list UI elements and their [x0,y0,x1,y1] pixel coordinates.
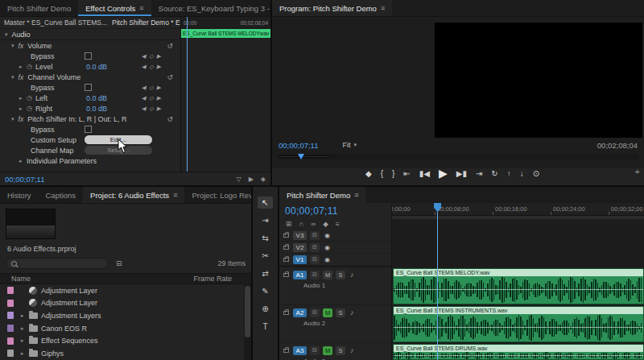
track-select-forward-tool[interactable]: ⇥ [258,214,273,226]
tab-pitch-shifter-demo[interactable]: Pitch Shifter Demo [0,0,78,16]
audio-section-header[interactable]: ▾ Audio [0,29,180,40]
program-scrollbar[interactable] [277,154,639,159]
add-marker-icon[interactable]: ◆ [323,220,328,228]
list-item[interactable]: ▸ Canon EOS R [0,322,244,335]
sync-lock-icon[interactable]: ⊟ [310,243,320,252]
chevron-down-icon[interactable]: ▾ [5,31,8,38]
reset-effect-icon[interactable]: ↺ [167,73,173,81]
bypass-checkbox[interactable] [85,52,92,60]
toggle-track-output-icon[interactable]: ◉ [324,244,330,251]
preview-thumbnail[interactable] [6,209,56,239]
track-lock-icon[interactable] [283,246,289,250]
label-color-chip[interactable] [7,300,14,307]
vertical-scrollbar[interactable] [244,284,251,360]
button-editor-icon[interactable]: + [635,167,640,176]
track-lock-icon[interactable] [283,273,289,277]
effect-volume-header[interactable]: ▾ fx Volume ↺ [0,40,180,51]
tab-sequence-pitch-shifter-demo[interactable]: Pitch Shifter Demo ≡ [279,187,365,203]
track-lock-icon[interactable] [283,234,289,238]
playhead[interactable] [437,203,438,360]
track-lock-icon[interactable] [283,349,289,353]
chevron-right-icon[interactable]: ▸ [21,312,29,319]
stopwatch-icon[interactable]: ◷ [27,63,35,70]
scrollbar-thumb[interactable] [245,286,250,337]
timeline-clip-area[interactable]: 00;00;00;00 00;00;08;00 00;00;16;00 00;0… [392,203,644,360]
column-frame-rate[interactable]: Frame Rate [193,275,240,283]
column-name[interactable]: Name [11,275,31,283]
chevron-down-icon[interactable]: ▾ [11,74,14,81]
panel-menu-icon[interactable]: ≡ [354,191,358,199]
keyframe-icon[interactable]: ◈ [261,176,266,183]
chevron-down-icon[interactable]: ▾ [11,116,14,122]
tab-source-clip[interactable]: Source: ES_Keyboard Typing 3 - SFX Produ… [151,0,270,16]
chevron-right-icon[interactable]: ▸ [19,95,27,101]
sync-lock-icon[interactable]: ⊟ [310,346,320,355]
effect-channel-volume-header[interactable]: ▾ fx Channel Volume ↺ [0,72,180,82]
play-button[interactable]: ▶ [439,167,448,180]
add-keyframe-icon[interactable]: ◇ [149,64,153,70]
prev-keyframe-icon[interactable]: ◀ [142,53,146,60]
add-marker-icon[interactable]: ◆ [365,169,372,178]
timeline-ruler[interactable]: 00;00;00;00 00;00;08;00 00;00;16;00 00;0… [392,203,644,216]
ripple-edit-tool[interactable]: ⇆ [258,232,273,244]
timeline-settings-icon[interactable]: ≡ [336,220,340,228]
tab-captions[interactable]: Captions [39,187,84,203]
list-item[interactable]: ▸ Adjustment Layers [0,309,244,322]
stopwatch-icon[interactable]: ◷ [27,105,35,112]
prev-keyframe-icon[interactable]: ◀ [142,95,146,101]
add-keyframe-icon[interactable]: ◇ [149,106,153,112]
tab-effect-controls[interactable]: Effect Controls ≡ [78,0,151,16]
track-lock-icon[interactable] [283,311,289,315]
extract-icon[interactable]: ↓ [520,169,524,178]
hand-tool[interactable]: ⊕ [258,303,273,315]
tab-history[interactable]: History [0,187,39,203]
track-target-a1[interactable]: A1 [293,271,307,279]
pen-tool[interactable]: ✎ [258,285,273,297]
mark-in-icon[interactable]: { [381,169,383,178]
label-color-chip[interactable] [7,350,14,357]
list-item[interactable]: Adjustment Layer [0,284,244,297]
add-keyframe-icon[interactable]: ◇ [149,85,153,91]
label-color-chip[interactable] [7,312,14,319]
slip-tool[interactable]: ⇄ [258,267,273,279]
audio-clip-melody[interactable]: ES_Curve Ball STEMS MELODY.wav [393,268,644,304]
lift-icon[interactable]: ↑ [507,169,511,178]
chevron-right-icon[interactable]: ▸ [19,106,27,112]
voiceover-record-icon[interactable]: ♪ [350,271,354,279]
label-color-chip[interactable] [7,337,14,345]
track-target-v3[interactable]: V3 [293,231,307,240]
type-tool[interactable]: T [258,321,273,333]
track-target-v2[interactable]: V2 [293,243,307,252]
sync-lock-icon[interactable]: ⊟ [310,308,320,317]
chevron-right-icon[interactable]: ▸ [19,158,27,164]
add-keyframe-icon[interactable]: ◇ [149,95,153,101]
panel-menu-icon[interactable]: ≡ [139,4,143,12]
list-item[interactable]: ▸ Giphys [0,347,244,360]
clip-header-bar[interactable]: ES_Curve Ball STEMS MELODYwav [181,29,270,38]
voiceover-record-icon[interactable]: ♪ [350,308,354,317]
snap-icon[interactable]: ∩ [299,220,303,228]
solo-button[interactable]: S [336,308,345,317]
solo-button[interactable]: S [336,271,345,279]
toggle-track-output-icon[interactable]: ◉ [324,232,330,239]
mute-button[interactable]: M [323,346,332,355]
tab-program[interactable]: Program: Pitch Shifter Demo ≡ [272,0,392,16]
work-area-bar[interactable] [392,216,644,219]
search-box[interactable] [6,258,109,269]
track-name[interactable]: Audio 1 [283,282,391,289]
search-input[interactable] [20,259,103,267]
playhead[interactable] [187,17,188,172]
solo-button[interactable]: S [336,346,345,355]
reset-effect-icon[interactable]: ↺ [167,42,173,50]
track-target-a2[interactable]: A2 [293,308,307,317]
export-frame-icon[interactable]: ⊙ [533,169,539,178]
label-color-chip[interactable] [7,287,14,294]
mini-timeline-ruler[interactable]: 00:00 00;02;08;04 [181,17,270,29]
next-keyframe-icon[interactable]: ▶ [157,95,161,101]
prev-keyframe-icon[interactable]: ◀ [142,64,146,70]
sync-lock-icon[interactable]: ⊟ [310,271,320,279]
sync-lock-icon[interactable]: ⊟ [310,255,320,264]
chevron-down-icon[interactable]: ▾ [11,43,14,49]
list-item[interactable]: Adjustment Layer [0,297,244,310]
program-timecode[interactable]: 00;00;07;11 [279,141,318,150]
